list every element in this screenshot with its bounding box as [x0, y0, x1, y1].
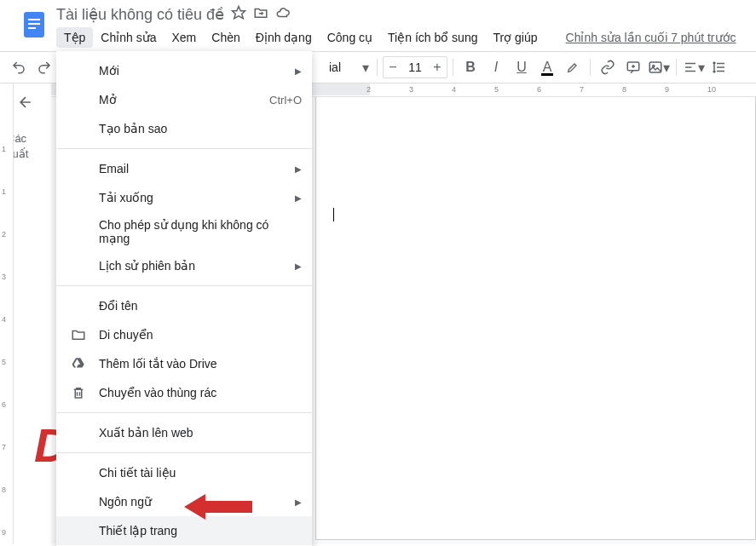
font-size-decrease[interactable]: −	[384, 57, 402, 78]
menu-item-move[interactable]: Di chuyển	[56, 320, 312, 349]
menu-help[interactable]: Trợ giúp	[485, 27, 545, 48]
submenu-arrow-icon: ▶	[295, 164, 302, 174]
cloud-status-icon[interactable]	[275, 5, 291, 24]
bold-button[interactable]: B	[459, 55, 482, 79]
docs-logo[interactable]	[19, 9, 49, 39]
underline-button[interactable]: U	[510, 55, 534, 79]
menu-edit[interactable]: Chỉnh sửa	[93, 27, 164, 48]
submenu-arrow-icon: ▶	[295, 66, 302, 76]
menu-item-email[interactable]: Email▶	[56, 154, 312, 183]
undo-button[interactable]	[7, 55, 31, 79]
drive-icon	[70, 355, 87, 372]
font-size-control: − 11 +	[383, 56, 447, 78]
move-folder-icon[interactable]	[253, 5, 268, 24]
trash-icon	[70, 384, 87, 401]
menu-item-language[interactable]: Ngôn ngữ▶	[56, 487, 312, 516]
menu-insert[interactable]: Chèn	[204, 27, 247, 48]
text-color-button[interactable]: A	[535, 55, 559, 79]
menu-addons[interactable]: Tiện ích bổ sung	[380, 27, 485, 48]
menu-item-rename[interactable]: Đổi tên	[56, 291, 312, 320]
star-icon[interactable]	[231, 5, 246, 24]
insert-link-button[interactable]	[596, 55, 620, 79]
menu-item-publish[interactable]: Xuất bản lên web	[56, 418, 312, 447]
menu-file[interactable]: Tệp	[56, 27, 93, 48]
svg-rect-1	[28, 19, 40, 20]
align-button[interactable]: ▾	[682, 55, 706, 79]
menu-item-download[interactable]: Tải xuống▶	[56, 183, 312, 212]
svg-rect-3	[28, 27, 36, 29]
menu-view[interactable]: Xem	[164, 27, 205, 48]
file-menu-dropdown: Mới▶ MởCtrl+O Tạo bản sao Email▶ Tải xuố…	[56, 51, 312, 546]
font-size-value[interactable]: 11	[402, 60, 428, 74]
font-name[interactable]: ial	[324, 60, 358, 74]
line-spacing-button[interactable]	[707, 55, 731, 79]
insert-image-button[interactable]: ▾	[647, 55, 671, 79]
menu-item-page-setup[interactable]: Thiết lập trang	[56, 516, 312, 545]
menu-tools[interactable]: Công cụ	[320, 27, 380, 48]
font-dropdown-icon[interactable]: ▾	[360, 55, 372, 79]
text-cursor	[333, 208, 334, 221]
add-comment-button[interactable]	[621, 55, 645, 79]
last-edit-link[interactable]: Chỉnh sửa lần cuối 7 phút trước	[566, 31, 736, 44]
submenu-arrow-icon: ▶	[295, 262, 302, 271]
menu-item-trash[interactable]: Chuyển vào thùng rác	[56, 378, 312, 407]
menu-item-open[interactable]: MởCtrl+O	[56, 85, 312, 114]
svg-marker-4	[233, 7, 245, 19]
menu-item-details[interactable]: Chi tiết tài liệu	[56, 458, 312, 487]
font-size-increase[interactable]: +	[428, 57, 447, 78]
submenu-arrow-icon: ▶	[295, 497, 302, 507]
svg-rect-2	[28, 23, 40, 25]
folder-move-icon	[70, 326, 87, 343]
italic-button[interactable]: I	[484, 55, 508, 79]
menu-item-add-shortcut[interactable]: Thêm lối tắt vào Drive	[56, 349, 312, 378]
menu-item-new[interactable]: Mới▶	[56, 56, 312, 85]
menu-item-offline[interactable]: Cho phép sử dụng khi không có mạng	[56, 212, 312, 251]
document-title[interactable]: Tài liệu không có tiêu đề	[56, 5, 224, 24]
highlight-button[interactable]	[561, 55, 585, 79]
vertical-ruler-numbers: 1 1 2 3 4 5 6 7 8 9	[2, 94, 12, 546]
menu-item-version-history[interactable]: Lịch sử phiên bản▶	[56, 251, 312, 280]
redo-button[interactable]	[32, 55, 56, 79]
outline-back-icon[interactable]	[17, 94, 44, 114]
menu-item-make-copy[interactable]: Tạo bản sao	[56, 114, 312, 143]
document-page[interactable]	[315, 97, 756, 540]
submenu-arrow-icon: ▶	[295, 193, 302, 203]
menu-format[interactable]: Định dạng	[248, 27, 320, 48]
